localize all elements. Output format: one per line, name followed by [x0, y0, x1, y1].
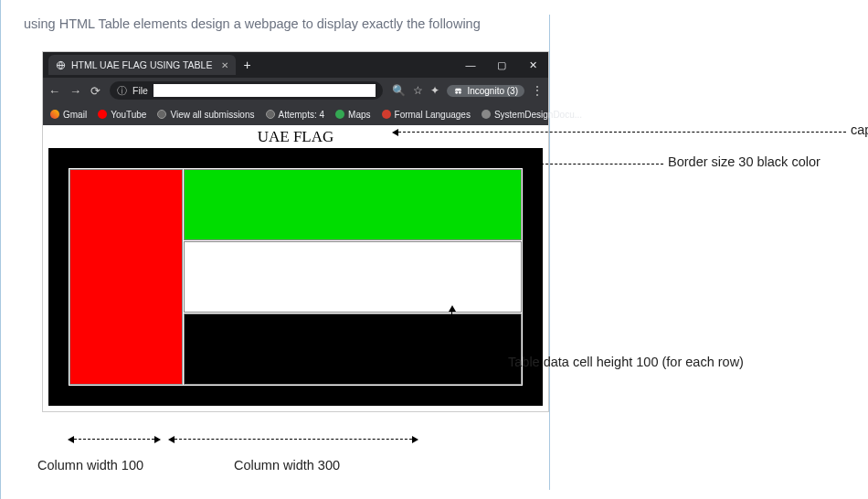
flag-container	[43, 148, 548, 411]
row-height-arrow	[451, 307, 452, 378]
col-right-annotation: Column width 300	[234, 458, 340, 472]
red-cell	[69, 169, 183, 385]
new-tab-button[interactable]: +	[243, 58, 250, 71]
col-left-annotation: Column width 100	[37, 458, 143, 472]
bookmark-formal-languages[interactable]: Formal Languages	[382, 110, 471, 120]
url-prefix: File	[132, 85, 148, 96]
svg-point-2	[459, 90, 461, 93]
flag-table	[48, 148, 543, 406]
white-cell	[184, 241, 523, 313]
guide-line	[549, 15, 550, 490]
url-box[interactable]: ⓘ File	[110, 81, 383, 100]
instruction-text: using HTML Table elements design a webpa…	[24, 16, 845, 31]
caption-arrow	[394, 132, 846, 133]
maximize-button[interactable]: ▢	[486, 52, 517, 78]
extension-icon[interactable]: ✦	[430, 84, 439, 97]
bookmark-youtube[interactable]: YouTube	[98, 110, 146, 120]
caption-annotation: caption	[851, 122, 868, 137]
forward-icon[interactable]: →	[69, 84, 81, 98]
minimize-button[interactable]: —	[455, 52, 486, 78]
reload-icon[interactable]: ⟳	[90, 84, 101, 98]
black-cell	[184, 313, 523, 385]
workspace: HTML UAE FLAG USING TABLE ✕ + — ▢ ✕ ← → …	[24, 51, 845, 481]
incognito-label: Incognito (3)	[467, 86, 518, 96]
border-arrow	[408, 164, 663, 165]
table-row	[69, 169, 522, 240]
back-icon[interactable]: ←	[48, 84, 60, 98]
col-right-arrow	[170, 439, 417, 440]
bookmark-gmail[interactable]: Gmail	[50, 110, 87, 120]
search-icon[interactable]: 🔍	[392, 84, 406, 97]
browser-window: HTML UAE FLAG USING TABLE ✕ + — ▢ ✕ ← → …	[42, 51, 549, 412]
col-left-arrow	[69, 439, 159, 440]
globe-icon	[56, 60, 66, 70]
star-icon[interactable]: ☆	[413, 84, 423, 97]
green-cell	[184, 169, 523, 240]
info-icon: ⓘ	[117, 84, 127, 98]
menu-icon[interactable]: ⋮	[532, 84, 543, 97]
border-annotation: Border size 30 black color	[668, 154, 820, 169]
flag-caption: UAE FLAG	[43, 125, 548, 148]
bookmark-maps[interactable]: Maps	[335, 110, 370, 120]
bookmark-attempts[interactable]: Attempts: 4	[266, 110, 325, 120]
incognito-icon	[453, 86, 463, 96]
row-height-annotation: Table data cell height 100 (for each row…	[508, 355, 744, 369]
titlebar: HTML UAE FLAG USING TABLE ✕ + — ▢ ✕	[43, 52, 548, 78]
bookmark-submissions[interactable]: View all submissions	[157, 110, 254, 120]
address-bar: ← → ⟳ ⓘ File 🔍 ☆ ✦ Incognito (3) ⋮	[43, 78, 548, 103]
svg-point-1	[456, 90, 459, 93]
browser-tab[interactable]: HTML UAE FLAG USING TABLE ✕	[48, 55, 236, 75]
window-controls: — ▢ ✕	[455, 52, 548, 78]
close-button[interactable]: ✕	[517, 52, 548, 78]
bookmark-system-design[interactable]: SystemDesignDocu...	[482, 110, 582, 120]
tab-title: HTML UAE FLAG USING TABLE	[71, 59, 212, 70]
url-input[interactable]	[153, 84, 376, 97]
close-icon[interactable]: ✕	[221, 60, 228, 70]
incognito-badge: Incognito (3)	[447, 85, 524, 97]
bookmarks-bar: Gmail YouTube View all submissions Attem…	[43, 103, 548, 125]
